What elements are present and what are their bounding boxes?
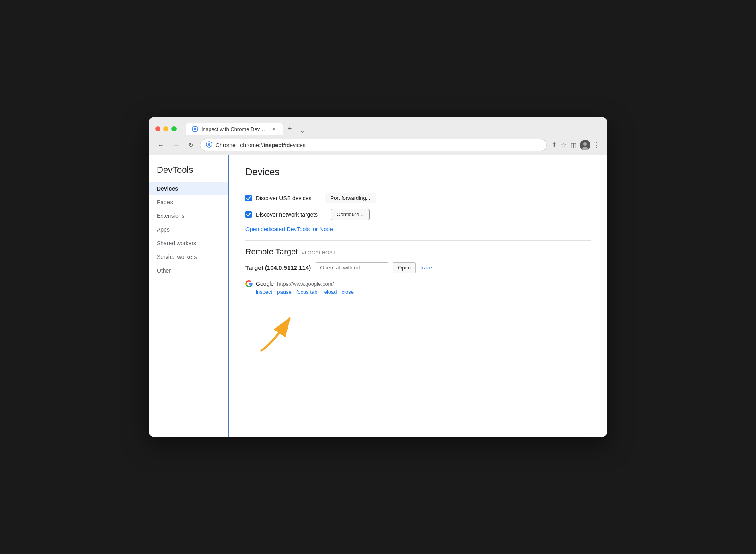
configure-button[interactable]: Configure...	[331, 209, 370, 220]
target-item-google: Google https://www.google.com/ inspect p…	[245, 277, 591, 298]
target-actions: inspect pause focus tab reload close	[245, 289, 591, 295]
minimize-window-button[interactable]	[163, 126, 168, 131]
address-bar: ← → ↻ Chrome | chrome://inspect#devices …	[149, 135, 607, 155]
back-button[interactable]: ←	[155, 140, 166, 150]
target-label: Target (104.0.5112.114)	[245, 264, 311, 271]
sidebar: DevTools Devices Pages Extensions Apps S…	[149, 155, 229, 437]
sidebar-item-shared-workers[interactable]: Shared workers	[149, 236, 229, 250]
extensions-icon[interactable]: ◫	[570, 140, 577, 150]
discover-usb-checkbox[interactable]	[245, 195, 252, 201]
chevron-down-icon[interactable]: ⌄	[298, 126, 307, 135]
tab-title: Inspect with Chrome Develope	[201, 126, 267, 132]
discover-network-checkbox[interactable]	[245, 211, 252, 218]
sidebar-item-service-workers[interactable]: Service workers	[149, 250, 229, 264]
discover-usb-row: Discover USB devices Port forwarding...	[245, 193, 591, 203]
divider-middle	[245, 240, 591, 241]
devtools-node-link[interactable]: Open dedicated DevTools for Node	[245, 226, 333, 232]
address-bar-input[interactable]: Chrome | chrome://inspect#devices	[200, 139, 547, 151]
more-icon[interactable]: ⋮	[593, 140, 601, 150]
svg-point-3	[208, 143, 210, 146]
google-logo	[245, 280, 253, 287]
tab-close-button[interactable]: ✕	[271, 126, 277, 132]
target-row: Target (104.0.5112.114) Open trace	[245, 262, 591, 273]
target-site-row: Google https://www.google.com/	[245, 280, 591, 287]
sidebar-item-extensions[interactable]: Extensions	[149, 209, 229, 223]
reload-link[interactable]: reload	[322, 289, 337, 295]
maximize-window-button[interactable]	[171, 126, 177, 131]
sidebar-nav: Devices Pages Extensions Apps Shared wor…	[149, 182, 229, 277]
sidebar-item-devices[interactable]: Devices	[149, 182, 229, 195]
tabs-row: Inspect with Chrome Develope ✕ + ⌄	[186, 122, 312, 135]
address-text: Chrome | chrome://inspect#devices	[216, 142, 541, 148]
remote-target-subtitle: #LOCALHOST	[302, 250, 336, 256]
traffic-lights	[155, 126, 177, 131]
discover-network-row: Discover network targets Configure...	[245, 209, 591, 220]
discover-network-label: Discover network targets	[256, 211, 318, 218]
title-bar: Inspect with Chrome Develope ✕ + ⌄ ← → ↻	[149, 117, 607, 155]
focus-tab-link[interactable]: focus tab	[296, 289, 318, 295]
trace-link[interactable]: trace	[421, 265, 432, 271]
active-tab[interactable]: Inspect with Chrome Develope ✕	[186, 123, 283, 135]
bookmark-icon[interactable]: ☆	[560, 140, 567, 150]
url-brand: Chrome	[216, 142, 236, 148]
svg-point-5	[583, 142, 587, 146]
divider-top	[245, 186, 591, 186]
reload-button[interactable]: ↻	[186, 140, 196, 150]
svg-point-1	[194, 128, 196, 130]
chrome-icon	[206, 141, 212, 149]
site-name: Google	[256, 281, 274, 287]
share-icon[interactable]: ⬆	[551, 140, 558, 150]
address-actions: ⬆ ☆ ◫ ⋮	[551, 140, 601, 150]
close-window-button[interactable]	[155, 126, 160, 131]
new-tab-button[interactable]: +	[284, 122, 296, 135]
url-protocol: chrome://	[240, 142, 263, 148]
content-area: DevTools Devices Pages Extensions Apps S…	[149, 155, 607, 437]
sidebar-item-other[interactable]: Other	[149, 264, 229, 277]
tab-favicon-icon	[192, 126, 198, 132]
discover-network-checkbox-wrap: Discover network targets	[245, 211, 318, 218]
main-content: Devices Discover USB devices Port forwar…	[229, 155, 607, 437]
pause-link[interactable]: pause	[277, 289, 291, 295]
discover-usb-checkbox-wrap: Discover USB devices	[245, 195, 312, 201]
sidebar-item-pages[interactable]: Pages	[149, 195, 229, 209]
avatar[interactable]	[580, 140, 590, 150]
open-tab-url-input[interactable]	[316, 262, 388, 273]
arrow-annotation	[245, 306, 591, 355]
site-url: https://www.google.com/	[277, 281, 334, 287]
port-forwarding-button[interactable]: Port forwarding...	[325, 193, 376, 203]
forward-button[interactable]: →	[171, 140, 182, 150]
open-button[interactable]: Open	[393, 262, 416, 273]
page-title: Devices	[245, 166, 591, 178]
inspect-link[interactable]: inspect	[256, 289, 272, 295]
browser-window: Inspect with Chrome Develope ✕ + ⌄ ← → ↻	[149, 117, 607, 437]
sidebar-item-apps[interactable]: Apps	[149, 223, 229, 236]
url-bold: inspect	[264, 142, 284, 148]
title-bar-controls: ⌄	[298, 123, 312, 135]
remote-target-section-title: Remote Target #LOCALHOST	[245, 247, 591, 256]
remote-target-title: Remote Target	[245, 247, 298, 256]
arrow-svg	[249, 306, 314, 355]
close-link[interactable]: close	[342, 289, 354, 295]
url-hash: #devices	[284, 142, 306, 148]
discover-usb-label: Discover USB devices	[256, 195, 312, 201]
sidebar-title: DevTools	[149, 165, 229, 182]
